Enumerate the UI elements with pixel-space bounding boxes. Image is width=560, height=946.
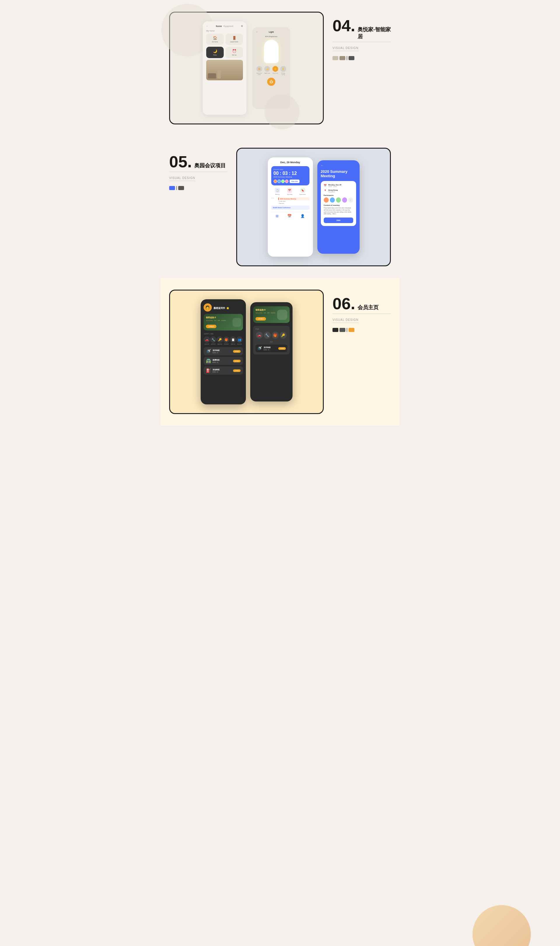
night-mode[interactable]: 🌙 Night mode bbox=[264, 66, 271, 75]
timer-hours: 00 bbox=[274, 171, 279, 176]
time-11: 11:00 bbox=[271, 198, 277, 199]
gas-icon: ⛽ bbox=[206, 368, 211, 373]
icon-team[interactable]: 👥 最近行程 bbox=[236, 336, 243, 345]
road-icon: 🛣️ bbox=[206, 358, 211, 363]
swatch-dark-1 bbox=[332, 328, 338, 332]
d-icon-1[interactable]: 🚗 bbox=[256, 332, 263, 339]
detail-title: 2020 Summary Meeting bbox=[321, 169, 356, 178]
mockup-card-member: 🧑 墨橙蓝同学 🌟 翡翠超跑卡 包含会员权益：洗车、路费、加油特权 立即激活 当… bbox=[169, 290, 324, 414]
conf-date: Dec, 29 Monday bbox=[271, 161, 309, 164]
num-large-05: 05 bbox=[169, 154, 187, 170]
event-item-1: 13:00-16:00 bbox=[278, 200, 309, 202]
member-avatar: 🧑 bbox=[203, 303, 212, 312]
tab-reservation[interactable]: 🔖 Reservation bbox=[300, 188, 306, 195]
light-header: ← Light bbox=[256, 31, 287, 33]
bg-circle-2 bbox=[265, 94, 300, 130]
swatch-divider-3 bbox=[346, 328, 348, 332]
content-title: Content of meeting bbox=[324, 204, 353, 206]
tool-label: 金牌特权 bbox=[211, 343, 215, 345]
visual-design-label-2: VISUAL DESIGN bbox=[169, 176, 195, 181]
icon-car[interactable]: 🚗 路面生死 bbox=[203, 336, 210, 345]
nav-home-icon[interactable]: ⊞ bbox=[275, 214, 278, 218]
day-mode[interactable]: ☀️ Day mode bbox=[272, 66, 279, 75]
service-3-price: ¥358 / 年 bbox=[212, 371, 233, 373]
light-controls: 🔆 Automatic mode 🌙 Night mode ☀️ Day mod… bbox=[256, 66, 287, 75]
settings-icon[interactable]: ⚙ bbox=[241, 25, 243, 28]
home-icon: 🏠 bbox=[213, 36, 217, 40]
service-3-name: 加油特权 bbox=[212, 369, 233, 371]
detail-activate-btn[interactable]: 立即激活 bbox=[255, 317, 266, 321]
nav-profile-icon[interactable]: 👤 bbox=[300, 214, 305, 218]
participants-row: › bbox=[324, 198, 353, 203]
night-label: Night mode bbox=[264, 73, 270, 74]
room-furniture bbox=[208, 70, 221, 79]
light-back-arrow: ← bbox=[256, 31, 258, 33]
detail-date-info: Monday, Dec 29 13:00 - 16:00 bbox=[328, 184, 342, 187]
service-item-1: 🚿 洗车特权 ¥188 / 年 立即激活 bbox=[203, 347, 243, 355]
avatar-1 bbox=[274, 179, 277, 183]
go-home-btn[interactable]: 🏠 Go home bbox=[206, 34, 224, 45]
join-button[interactable]: Join bbox=[324, 218, 353, 223]
d-icon-gift: 🎁 bbox=[272, 332, 279, 339]
icon-tool[interactable]: 🔧 金牌特权 bbox=[210, 336, 217, 345]
my-home-label: My home bbox=[206, 30, 243, 32]
d-service-btn[interactable]: 立即激活 bbox=[278, 347, 286, 350]
more-participants-btn[interactable]: › bbox=[348, 198, 353, 203]
power-button[interactable]: ⏻ bbox=[267, 78, 275, 86]
service-2-price: ¥288 / 年 bbox=[212, 361, 233, 363]
conf-tabs: 📋 Meeting 📅 Upcoming 🔖 Reservation bbox=[271, 188, 309, 195]
detail-card: 📅 Monday, Dec 29 13:00 - 16:00 📍 Hong Ko… bbox=[321, 181, 356, 226]
countdown-label: Entrance starts bbox=[274, 168, 307, 170]
service-1-btn[interactable]: 立即激活 bbox=[233, 350, 241, 353]
d-icon-4[interactable]: 🔑 bbox=[280, 332, 287, 339]
energy-save[interactable]: ⚡ Energy saving bbox=[280, 66, 287, 75]
detail-venue: Art gallery bbox=[328, 191, 338, 193]
d-icon-2[interactable]: 🔧 bbox=[264, 332, 271, 339]
detail-back[interactable]: ← bbox=[321, 164, 356, 167]
tab-equipment[interactable]: Equipment bbox=[224, 25, 233, 27]
phone-conf-main: Dec, 29 Monday Entrance starts 00 : 03 :… bbox=[268, 157, 313, 257]
vip-card-image bbox=[232, 318, 241, 327]
section-smart-home: ← Scene Equipment ⚙ My home 🏠 Go home 🚪 … bbox=[160, 0, 400, 136]
activate-btn-1[interactable]: 立即激活 bbox=[206, 325, 217, 328]
tab-upcoming[interactable]: 📅 Upcoming bbox=[287, 188, 292, 195]
member-name: 墨橙蓝同学 bbox=[214, 307, 225, 310]
d-icon-3[interactable]: 🎁 bbox=[272, 332, 279, 339]
vip-card-main: 翡翠超跑卡 包含会员权益：洗车、路费、加油特权 立即激活 bbox=[203, 314, 243, 330]
d-icon-car: 🚗 bbox=[256, 332, 263, 339]
tab-scene[interactable]: Scene bbox=[216, 25, 222, 27]
service-3-btn[interactable]: 立即激活 bbox=[233, 369, 241, 372]
phone-member-detail: 翡翠超跑卡 包含会员权益：洗车、路费、加油特权 立即激活 ICON 🚗 🔧 🎁 bbox=[250, 302, 292, 401]
sleep-btn[interactable]: 🌙 Sleep bbox=[206, 47, 224, 58]
timer-sep1: : bbox=[280, 171, 281, 176]
tab-meeting[interactable]: 📋 Meeting bbox=[275, 188, 280, 195]
leave-home-label: Leave home bbox=[230, 41, 238, 43]
icon-gift[interactable]: 🎁 享受特权 bbox=[223, 336, 229, 345]
timer-minutes: 03 bbox=[283, 171, 288, 176]
service-2-info: 路费特权 ¥288 / 年 bbox=[212, 359, 233, 363]
d-icon-key: 🔑 bbox=[280, 332, 287, 339]
leave-home-btn[interactable]: 🚪 Leave home bbox=[225, 34, 243, 45]
service-2-btn[interactable]: 立即激活 bbox=[233, 360, 241, 362]
swatch-blue bbox=[169, 186, 175, 190]
event-item-2: Sponsors bbox=[278, 202, 309, 204]
icon-log[interactable]: 📋 查看日志 bbox=[230, 336, 236, 345]
service-2-name: 路费特权 bbox=[212, 359, 233, 361]
back-arrow: ← bbox=[206, 25, 208, 27]
num-large-06: 06 bbox=[332, 295, 351, 312]
swatch-orange bbox=[349, 328, 354, 332]
icon-key[interactable]: 🔑 翻倍特权 bbox=[217, 336, 223, 345]
member-badge: 🌟 bbox=[226, 307, 229, 310]
swatch-dark-2 bbox=[340, 328, 345, 332]
detail-icons-grid: 🚗 🔧 🎁 🔑 bbox=[255, 332, 287, 339]
d-service-name: 洗车特权 bbox=[264, 346, 278, 349]
auto-mode[interactable]: 🔆 Automatic mode bbox=[256, 66, 263, 75]
vip-detail-img bbox=[277, 310, 287, 320]
join-view-btn[interactable]: View Join bbox=[290, 179, 300, 183]
countdown-card: Entrance starts 00 : 03 : 12 2020 Summar… bbox=[271, 166, 309, 185]
nav-calendar-icon[interactable]: 📅 bbox=[287, 214, 292, 218]
schedule-row-1: 11:00 2020 Summary Meeting 13:00-16:00 S… bbox=[271, 198, 309, 204]
section-title-2: 奥园会议项目 bbox=[194, 162, 226, 169]
get-up-btn[interactable]: ⏰ Get up bbox=[225, 47, 243, 58]
event-main-title: 2020 Summary Meeting bbox=[278, 198, 309, 200]
